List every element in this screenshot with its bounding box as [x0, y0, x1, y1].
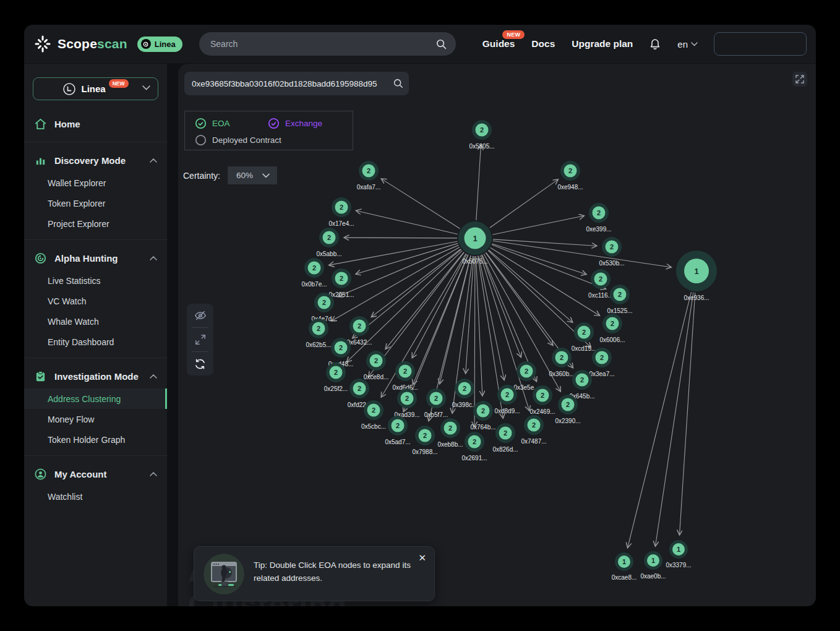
- graph-edge: [492, 244, 587, 275]
- graph-node-0xe936[interactable]: 10xe936...: [676, 251, 717, 301]
- node-value: 2: [599, 275, 602, 283]
- graph-node-0x0b7e[interactable]: 20x0b7e...: [301, 258, 327, 288]
- graph-node-0x6432[interactable]: 20x6432...: [346, 316, 372, 346]
- graph-node-0xe399[interactable]: 20xe399...: [586, 203, 611, 233]
- sidebar-subitem-whale-watch[interactable]: Whale Watch: [24, 311, 167, 332]
- sidebar-subitem-entity-dashboard[interactable]: Entity Dashboard: [24, 332, 167, 352]
- header: Scopescan Linea GuidesNEWDocsUpgrade pla…: [24, 25, 816, 63]
- graph-edge: [490, 179, 559, 228]
- graph-node-0x826d[interactable]: 20x826d...: [492, 423, 518, 453]
- node-value: 2: [541, 392, 544, 399]
- header-actions: GuidesNEWDocsUpgrade plan en: [482, 25, 807, 63]
- sidebar-subitem-vc-watch[interactable]: VC Watch: [24, 291, 167, 311]
- chevron-up-icon: [150, 472, 157, 476]
- graph-node-0x530b[interactable]: 20x530b...: [599, 237, 624, 267]
- node-value: 2: [480, 126, 484, 134]
- sidebar-subitem-project-explorer[interactable]: Project Explorer: [24, 213, 167, 234]
- graph-node-0x3379[interactable]: 10x3379...: [666, 540, 691, 569]
- graph-node-0xad39[interactable]: 20xad39...: [394, 388, 419, 418]
- graph-node-0x5abb[interactable]: 20x5abb...: [316, 228, 341, 257]
- sidebar-item-label: My Account: [54, 469, 106, 479]
- header-nav: GuidesNEWDocsUpgrade plan: [482, 38, 633, 49]
- scopescan-logo-icon: [33, 35, 52, 53]
- clipboard-icon: [34, 370, 47, 383]
- node-value: 2: [317, 325, 320, 332]
- language-selector[interactable]: en: [677, 39, 698, 49]
- new-badge: NEW: [502, 30, 525, 39]
- node-value: 2: [560, 354, 564, 361]
- sidebar-subitem-token-holder-graph[interactable]: Token Holder Graph: [24, 429, 167, 450]
- search-icon: [435, 38, 447, 50]
- node-address-label: 0x398c...: [452, 401, 478, 408]
- graph-node-0x5805[interactable]: 20x5805...: [469, 120, 494, 150]
- graph-node-0xb5f7[interactable]: 20xb5f7...: [424, 388, 448, 418]
- graph-edge: [344, 238, 457, 238]
- sidebar-subitem-address-clustering[interactable]: Address Clustering: [24, 388, 167, 409]
- node-address-label: 0x5cbc...: [361, 423, 386, 430]
- graph-node-0x6006[interactable]: 20x6006...: [599, 314, 625, 343]
- sidebar-subitem-token-explorer[interactable]: Token Explorer: [24, 193, 167, 213]
- graph-node-0x3e5e[interactable]: 20x3e5e...: [513, 361, 539, 391]
- chart-icon: [34, 154, 47, 167]
- graph-edge: [476, 145, 481, 220]
- tip-toast: Tip: Double Click EOA nodes to expand it…: [194, 546, 435, 601]
- chain-selector[interactable]: Linea NEW: [33, 77, 158, 100]
- connect-wallet-button[interactable]: [714, 32, 807, 56]
- sidebar-subitem-wallet-explorer[interactable]: Wallet Explorer: [24, 173, 167, 193]
- graph-node-0xae0b[interactable]: 10xae0b...: [640, 551, 666, 580]
- graph-node-0x62b5[interactable]: 20x62b5...: [306, 319, 331, 348]
- node-value: 2: [481, 407, 485, 414]
- graph-node-0x7988[interactable]: 20x7988...: [412, 426, 437, 455]
- notifications-bell-icon[interactable]: [649, 38, 661, 51]
- close-icon[interactable]: ✕: [418, 553, 426, 562]
- graph-node-0xeb8b[interactable]: 20xeb8b...: [437, 418, 463, 448]
- sidebar-subitem-watchlist[interactable]: Watchlist: [24, 486, 167, 507]
- graph-node-0xe948[interactable]: 20xe948...: [557, 161, 583, 191]
- graph-node-0x17e4[interactable]: 20x17e4...: [328, 197, 354, 227]
- graph-node-0x360b[interactable]: 20x360b...: [549, 348, 574, 377]
- global-search[interactable]: [199, 32, 456, 56]
- chevron-up-icon: [150, 158, 157, 163]
- target-icon: [34, 252, 47, 265]
- node-address-label: 0x2390...: [555, 418, 580, 424]
- node-address-label: 0x530b...: [599, 260, 624, 267]
- sidebar-item-home[interactable]: Home: [24, 111, 167, 136]
- node-address-label: 0x5805...: [469, 143, 494, 150]
- nav-item-upgrade-plan[interactable]: Upgrade plan: [572, 38, 633, 49]
- graph-node-0x1525[interactable]: 20x1525...: [607, 285, 632, 314]
- graph-edge: [492, 216, 584, 234]
- graph-node-0x7487[interactable]: 20x7487...: [521, 415, 546, 445]
- graph-node-0x5ad7[interactable]: 20x5ad7...: [385, 416, 410, 445]
- node-value: 2: [403, 367, 407, 375]
- graph-node-0xcd15[interactable]: 20xcd15...: [572, 322, 597, 352]
- graph-node-0xd6d6[interactable]: 20xd6d6...: [392, 361, 418, 391]
- nav-item-docs[interactable]: Docs: [531, 38, 555, 49]
- address-cluster-graph[interactable]: 10x5075...10xe936...20x5805...20xafa7...…: [178, 64, 816, 606]
- sidebar-subitem-money-flow[interactable]: Money Flow: [24, 409, 167, 429]
- graph-node-0xcae8[interactable]: 10xcae8...: [612, 552, 637, 581]
- sidebar-item-investigation-mode[interactable]: Investigation Mode: [24, 364, 167, 388]
- node-address-label: 0xb5f7...: [424, 411, 448, 418]
- sidebar-item-my-account[interactable]: My Account: [24, 461, 167, 486]
- graph-node-0x2691[interactable]: 20x2691...: [461, 432, 487, 461]
- graph-node-0xafa7[interactable]: 20xafa7...: [357, 161, 380, 191]
- graph-edge: [329, 241, 458, 265]
- graph-edge: [466, 256, 474, 374]
- node-value: 2: [358, 322, 361, 330]
- search-input[interactable]: [210, 39, 435, 49]
- graph-edge: [371, 249, 461, 317]
- sidebar-item-discovery-mode[interactable]: Discovery Mode: [24, 148, 167, 173]
- node-value: 1: [677, 546, 680, 553]
- node-value: 2: [340, 275, 343, 282]
- sidebar-subitem-live-statistics[interactable]: Live Statistics: [24, 270, 167, 291]
- sidebar-item-alpha-hunting[interactable]: Alpha Hunting: [24, 246, 167, 270]
- graph-node-0x3ea7[interactable]: 20x3ea7...: [589, 348, 614, 377]
- node-value: 2: [473, 438, 476, 445]
- graph-node-0x398c[interactable]: 20x398c...: [452, 379, 478, 408]
- graph-node-0x5075[interactable]: 10x5075...: [458, 221, 492, 265]
- graph-node-0x2051[interactable]: 20x2051...: [328, 268, 354, 298]
- sidebar-divider: [24, 239, 167, 240]
- node-address-label: 0x1525...: [607, 307, 632, 314]
- node-value: 2: [340, 204, 343, 211]
- nav-item-guides[interactable]: GuidesNEW: [482, 38, 515, 49]
